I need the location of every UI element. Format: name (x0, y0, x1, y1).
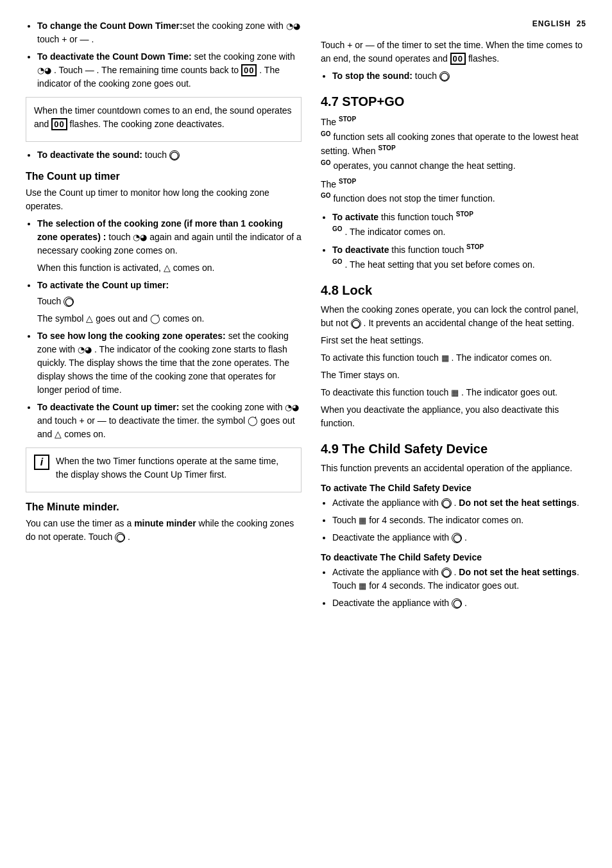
bullet-change-cont: touch + or — . (37, 34, 94, 44)
lock-p2: First set the heat settings. (321, 334, 586, 347)
deact-count-cont3: comes on. (64, 429, 106, 439)
child-heading: 4.9 The Child Safety Device (321, 442, 586, 456)
info-block-text2: flashes. The cooking zone deactivates. (70, 119, 225, 129)
sg-activate-cont: . The indicator comes on. (344, 226, 445, 236)
double-box-right: 00 (450, 53, 466, 65)
bullet-deact-countdown: To deactivate the Count Down Time: set t… (37, 50, 302, 91)
sg-activate-bold: To activate (332, 212, 378, 222)
child-deact-b1: Activate the appliance with ◯ . Do not s… (332, 566, 586, 593)
double-box-icon: 00 (241, 64, 257, 76)
func-activated: When this function is activated, △ comes… (37, 261, 302, 275)
timer-zone-icon: ◔◕ (286, 21, 300, 31)
power-icon-child3: ◯ (441, 568, 452, 578)
child-act-b2b: for 4 seconds. The indicator comes on. (369, 515, 523, 525)
child-act-b1-2: . Do not set the heat settings. (454, 498, 579, 508)
deact-count-up: To deactivate the Count up timer: set th… (37, 401, 302, 441)
stop-go-bullets: To activate this function touch STOPGO .… (321, 209, 586, 272)
activate-bold: To activate the Count up timer: (37, 280, 169, 290)
child-act-b1: Activate the appliance with ◯ . Do not s… (332, 496, 586, 510)
left-column: To change the Count Down Timer:set the c… (26, 19, 302, 849)
stop-sound-bullet: To stop the sound: touch ◯ (332, 69, 586, 83)
right-column: ENGLISH 25 Touch + or — of the timer to … (321, 19, 586, 849)
see-how-long: To see how long the cooking zone operate… (37, 329, 302, 397)
child-deact-b2: Deactivate the appliance with ◯ . (332, 596, 586, 610)
lock-icon-3: ▦ (359, 516, 366, 525)
bullet-deact-text: set the cooking zone with (194, 51, 295, 62)
sg-deact-bold: To deactivate (332, 245, 389, 255)
power-icon-child1: ◯ (441, 498, 452, 508)
bullet-change-text: set the cooking zone with (183, 21, 284, 31)
zone-icon-see: ◔◕ (78, 345, 92, 354)
bullet-change-bold: To change the Count Down Timer: (37, 21, 183, 31)
lock-p4: The Timer stays on. (321, 369, 586, 382)
sg-activate-text: this function touch (381, 212, 456, 222)
timer-icon-deact: ◯̇ (248, 415, 258, 426)
stop-go-heading: 4.7 STOP+GO (321, 94, 586, 109)
bullet-list-top: To change the Count Down Timer:set the c… (26, 19, 302, 91)
stop-sound-text: touch (415, 71, 439, 81)
lock-p5b: . The indicator goes out. (461, 387, 557, 397)
deact-count-cont: and touch + or — to deactivate the timer… (37, 415, 248, 426)
power-icon-2: ◯ (64, 297, 74, 307)
power-icon-stop: ◯ (439, 71, 450, 82)
info-block-top: When the timer countdown comes to an end… (26, 97, 302, 142)
stop-go-p2: The STOPGO function does not stop the ti… (321, 177, 586, 205)
count-up-intro: Use the Count up timer to monitor how lo… (26, 186, 302, 213)
lock-icon-2: ▦ (451, 388, 459, 397)
minute-bold: minute minder (134, 518, 196, 528)
activate-touch: Touch ◯ (37, 295, 302, 308)
page-number: 25 (577, 19, 586, 28)
selection-bullet: The selection of the cooking zone (if mo… (37, 217, 302, 275)
touch-plus2: flashes. (468, 53, 499, 64)
stop-go-deactivate: To deactivate this function touch STOPGO… (332, 242, 586, 271)
bullet-deact-bold: To deactivate the Count Down Time: (37, 51, 192, 62)
deact-sound-bold: To deactivate the sound: (37, 150, 142, 160)
lock-p6: When you deactivate the appliance, you a… (321, 403, 586, 430)
stop-go-p1: The STOPGO function sets all cooking zon… (321, 114, 586, 173)
minute-intro: You can use the timer as a minute minder… (26, 517, 302, 544)
lock-p1b: . It prevents an accidental change of th… (364, 318, 574, 328)
deact-count-bold: To deactivate the Count up timer: (37, 402, 179, 412)
power-icon-1: ◯ (169, 150, 180, 161)
child-deact-b2b: . (464, 598, 467, 608)
zone-icon-sel: ◔◕ (133, 232, 147, 242)
bullet-deact-cont: . Touch — . The remaining time counts ba… (54, 65, 241, 75)
activate-count-up: To activate the Count up timer: Touch ◯ … (37, 279, 302, 326)
language-label: ENGLISH (532, 19, 571, 28)
see-bold: To see how long the cooking zone operate… (37, 331, 226, 341)
power-icon-minute: ◯ (115, 532, 125, 542)
lock-p1: When the cooking zones operate, you can … (321, 303, 586, 330)
page: To change the Count Down Timer:set the c… (0, 0, 612, 868)
timer-zone-icon2: ◔◕ (37, 65, 51, 75)
page-header: ENGLISH 25 (321, 19, 586, 28)
minute-title: The Minute minder. (26, 501, 302, 513)
lock-p3: To activate this function touch ▦ . The … (321, 351, 586, 365)
bell-icon2: △ (86, 313, 93, 324)
deact-sound-text: touch (145, 150, 169, 160)
info-icon: i (34, 455, 49, 470)
double-box-info: 00 (51, 118, 67, 130)
child-activate-heading: To activate The Child Safety Device (321, 483, 586, 493)
bullet-deact-sound: To deactivate the sound: touch ◯ (26, 148, 302, 162)
lock-heading: 4.8 Lock (321, 283, 586, 298)
child-p1: This function prevents an accidental ope… (321, 462, 586, 475)
sg-deact-cont: . The heat setting that you set before c… (344, 259, 534, 270)
lock-icon-4: ▦ (359, 581, 366, 591)
info-box-timer: i When the two Timer functions operate a… (26, 447, 302, 492)
timer-goes-on: ◯̇ (150, 313, 160, 324)
child-act-b2: Touch ▦ for 4 seconds. The indicator com… (332, 514, 586, 527)
bullet-change-timer: To change the Count Down Timer:set the c… (37, 19, 302, 46)
child-act-b3: Deactivate the appliance with ◯ . (332, 531, 586, 544)
sel-text: touch (108, 232, 133, 242)
stop-go-activate: To activate this function touch STOPGO .… (332, 209, 586, 238)
power-icon-child4: ◯ (452, 598, 462, 609)
bell-icon: △ (164, 263, 171, 273)
bell-icon3: △ (55, 429, 62, 439)
stop-sound-bold: To stop the sound: (332, 71, 412, 81)
child-deactivate-bullets: Activate the appliance with ◯ . Do not s… (321, 566, 586, 610)
stop-sound-list: To stop the sound: touch ◯ (321, 69, 586, 83)
child-act-b3-period: . (464, 532, 467, 542)
minute-period: . (128, 532, 130, 542)
child-activate-bullets: Activate the appliance with ◯ . Do not s… (321, 496, 586, 544)
child-deactivate-heading: To deactivate The Child Safety Device (321, 552, 586, 562)
